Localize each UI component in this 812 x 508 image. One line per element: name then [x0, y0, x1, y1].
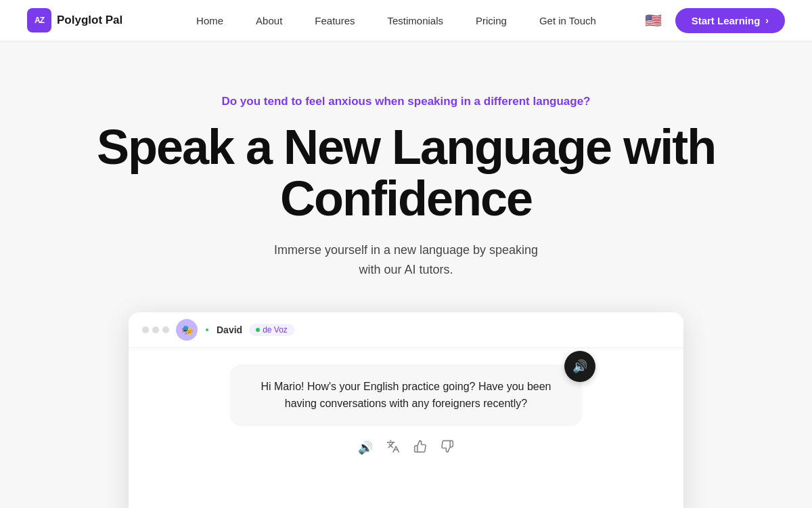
tutor-avatar: 🎭	[176, 319, 198, 341]
chat-actions: 🔊	[150, 440, 662, 457]
badge-label: de Voz	[263, 325, 288, 335]
logo-icon: AZ	[27, 8, 51, 33]
logo-abbr: AZ	[35, 16, 44, 25]
navbar: AZ Polyglot Pal Home About Features Test…	[0, 0, 812, 41]
dot-yellow	[152, 326, 159, 333]
tutor-name: David	[217, 324, 242, 335]
navbar-right: 🇺🇸 Start Learning ›	[643, 8, 785, 33]
action-thumbsup-icon[interactable]	[413, 440, 427, 457]
chat-header: 🎭 David de Voz	[129, 312, 683, 348]
badge-dot	[256, 328, 260, 332]
hero-subtitle-line1: Immerse yourself in a new language by sp…	[274, 243, 538, 257]
nav-item-contact[interactable]: Get in Touch	[523, 0, 612, 41]
dot-red	[142, 326, 149, 333]
hero-title: Speak a New Language with Confidence	[34, 122, 778, 224]
start-learning-button[interactable]: Start Learning ›	[675, 8, 785, 33]
hero-tagline: Do you tend to feel anxious when speakin…	[221, 95, 590, 108]
hero-section: Do you tend to feel anxious when speakin…	[0, 41, 812, 508]
logo-link[interactable]: AZ Polyglot Pal	[27, 8, 122, 33]
tutor-badge: de Voz	[249, 324, 294, 336]
nav-item-testimonials[interactable]: Testimonials	[371, 0, 460, 41]
logo-text: Polyglot Pal	[57, 14, 122, 27]
nav-item-about[interactable]: About	[240, 0, 298, 41]
cta-arrow-icon: ›	[765, 15, 769, 26]
chat-body: 🔊 Hi Mario! How's your English practice …	[129, 348, 683, 508]
hero-subtitle: Immerse yourself in a new language by sp…	[274, 240, 538, 280]
action-translate-icon[interactable]	[386, 440, 400, 457]
main-nav: Home About Features Testimonials Pricing…	[150, 0, 642, 41]
chat-message-text: Hi Mario! How's your English practice go…	[246, 378, 566, 412]
chat-message-bubble: 🔊 Hi Mario! How's your English practice …	[230, 364, 582, 426]
dot-green	[162, 326, 169, 333]
hero-subtitle-line2: with our AI tutors.	[359, 263, 453, 276]
window-dots	[142, 326, 169, 333]
action-volume-icon[interactable]: 🔊	[358, 440, 373, 455]
volume-button[interactable]: 🔊	[564, 351, 595, 382]
online-indicator	[204, 327, 210, 333]
chat-card: 🎭 David de Voz 🔊 Hi Mario! How's your En…	[129, 312, 683, 508]
language-flag[interactable]: 🇺🇸	[643, 13, 664, 28]
nav-item-features[interactable]: Features	[298, 0, 371, 41]
action-thumbsdown-icon[interactable]	[441, 440, 454, 457]
nav-item-pricing[interactable]: Pricing	[459, 0, 523, 41]
nav-item-home[interactable]: Home	[180, 0, 240, 41]
cta-label: Start Learning	[692, 15, 761, 26]
